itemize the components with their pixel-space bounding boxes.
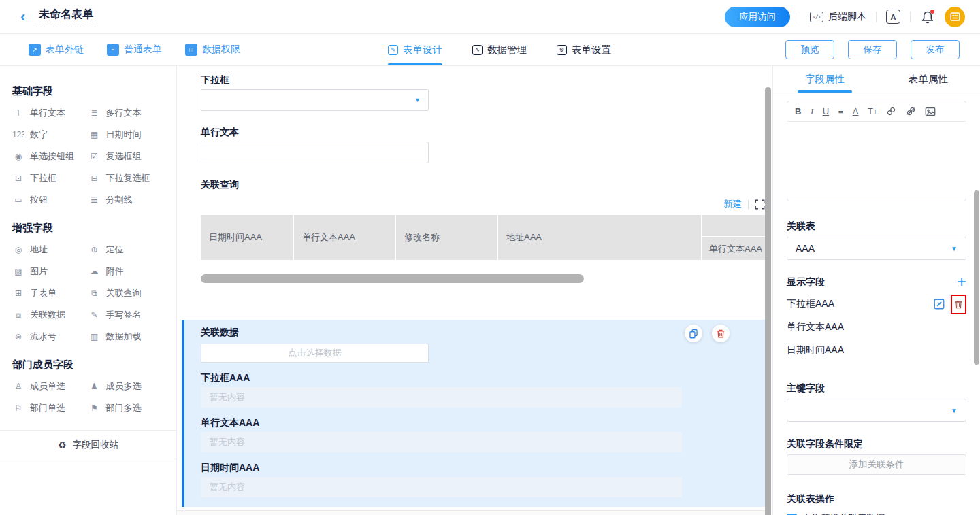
field-type-label: 成员单选 [30,380,65,393]
field-type-item[interactable]: ⚐ 部门单选 [12,397,88,419]
header-divider [800,12,800,22]
field-type-item[interactable]: ⊜ 流水号 [12,326,88,348]
canvas-vertical-scrollbar[interactable] [765,87,771,515]
field-type-label: 多行文本 [106,107,142,119]
notification-bell-icon[interactable] [920,10,935,24]
description-rich-editor[interactable]: B I U ≡ A Tт [787,101,966,201]
add-display-field-icon[interactable]: + [957,275,966,288]
back-icon[interactable]: ‹ [20,10,25,24]
field-type-item[interactable]: ⧉ 关联查询 [88,282,165,304]
field-type-label: 部门多选 [106,402,142,414]
field-type-item[interactable]: ☰ 分割线 [88,189,165,211]
chevron-down-icon: ▼ [951,408,958,414]
field-type-item[interactable]: ▭ 按钮 [12,189,88,211]
field-type-item[interactable]: ☁ 附件 [88,261,165,282]
save-button[interactable]: 保存 [848,40,897,59]
sub-field-label: 下拉框AAA [201,371,765,384]
edit-icon[interactable] [933,298,945,310]
tab-form-settings[interactable]: ⚙ 表单设置 [557,34,611,65]
linked-sub-field: 日期时间AAA 暂无内容 [201,461,765,497]
delete-field-button[interactable] [712,325,730,342]
field-type-item[interactable]: ⊞ 子表单 [12,282,88,304]
field-type-label: 关联数据 [30,309,65,321]
new-record-link[interactable]: 新建 [723,198,742,210]
translate-icon[interactable]: A [886,10,900,24]
preview-button[interactable]: 预览 [785,40,834,59]
header-divider [910,12,911,22]
related-table-select[interactable]: AAA ▼ [787,237,966,260]
image-icon[interactable] [925,107,936,116]
table-ops-label: 关联表操作 [787,492,966,505]
bold-icon[interactable]: B [795,107,801,116]
selected-field-block[interactable]: 关联数据 点击选择数据 下拉框AAA 暂无内容 [182,320,765,507]
tab-form-design[interactable]: ✎ 表单设计 [388,34,442,65]
app-access-button[interactable]: 应用访问 [725,7,790,27]
tab-form-properties[interactable]: 表单属性 [877,66,980,93]
recycle-icon: ♻ [58,440,67,450]
field-type-item[interactable]: 123 数字 [12,124,88,146]
field-type-label: 复选框组 [106,150,142,163]
field-type-item[interactable]: T 单行文本 [12,102,88,124]
field-type-item[interactable]: ⊕ 定位 [88,239,165,261]
field-type-icon: T [12,109,24,117]
publish-button[interactable]: 发布 [911,40,960,59]
avatar[interactable] [945,7,965,27]
tab-field-properties[interactable]: 字段属性 [773,66,877,93]
field-type-item[interactable]: ⚑ 部门多选 [88,397,165,419]
align-icon[interactable]: ≡ [838,107,844,116]
table-column-header: 日期时间AAA [201,215,293,260]
related-table-value: AAA [796,243,815,254]
dept-member-fields-grid: ♙ 成员单选 ♟ 成员多选 ⚐ 部门单选 [12,376,164,419]
field-type-item[interactable]: ▦ 日期时间 [88,124,165,146]
data-picker-input[interactable]: 点击选择数据 [201,344,429,363]
field-type-item[interactable]: ≣ 多行文本 [88,102,165,124]
field-type-item[interactable]: ♟ 成员多选 [88,376,165,397]
field-type-item[interactable]: ⊡ 下拉框 [12,167,88,189]
select-field-label: 下拉框 [201,73,765,86]
allow-add-label: 允许新增关联表数据 [802,512,885,515]
underline-icon[interactable]: U [823,107,829,116]
enhanced-fields-grid: ◎ 地址 ⊕ 定位 ▨ 图片 [12,239,164,348]
field-type-label: 下拉框 [30,172,56,184]
plain-form-button[interactable]: ≡ 普通表单 [107,44,162,56]
tab-data-manage[interactable]: ∿ 数据管理 [472,34,527,65]
tab-data-manage-label: 数据管理 [487,44,527,56]
field-type-item[interactable]: ▨ 图片 [12,261,88,282]
display-field-row: 单行文本AAA [787,317,966,337]
field-type-icon: ◎ [12,246,24,254]
panel-vertical-scrollbar[interactable] [974,190,979,365]
unlink-icon[interactable] [906,106,916,116]
field-type-icon: ⧉ [88,289,101,297]
field-type-item[interactable]: ⧈ 关联数据 [12,304,88,326]
field-type-item[interactable]: ▥ 数据加载 [88,326,165,348]
field-type-icon: ⚑ [88,404,101,412]
font-color-icon[interactable]: A [853,107,859,116]
link-icon[interactable] [886,106,896,116]
field-type-item[interactable]: ◎ 地址 [12,239,88,261]
delete-display-field-icon[interactable] [954,299,963,310]
form-external-link-button[interactable]: ↗ 表单外链 [29,44,84,56]
copy-field-button[interactable] [685,325,702,342]
field-type-item[interactable]: ☑ 复选框组 [88,146,165,167]
field-recycle-bin-button[interactable]: ♻ 字段回收站 [0,431,176,459]
data-permission-button[interactable]: ||| 数据权限 [185,44,240,56]
linked-query-table[interactable]: 日期时间AAA 单行文本AAA 修改名称 地址AAA 单行文本AAA [201,215,765,260]
field-type-item[interactable]: ✎ 手写签名 [88,304,165,326]
field-type-item[interactable]: ⊟ 下拉复选框 [88,167,165,189]
italic-icon[interactable]: I [811,107,813,116]
select-field-input[interactable]: ▼ [201,89,429,111]
table-horizontal-scrollbar[interactable] [201,274,584,283]
form-canvas[interactable]: 下拉框 ▼ 单行文本 关联查询 新建 日期时间AA [177,66,772,515]
backend-script-label: 后端脚本 [828,11,866,23]
primary-field-select[interactable]: ▼ [787,399,966,422]
backend-script-button[interactable]: ‹/› 后端脚本 [810,11,866,23]
field-type-item[interactable]: ♙ 成员单选 [12,376,88,397]
expand-icon[interactable] [755,199,765,210]
field-type-item[interactable]: ◉ 单选按钮组 [12,146,88,167]
font-size-icon[interactable]: Tт [868,107,877,116]
form-title[interactable]: 未命名表单 [36,6,96,27]
add-condition-button[interactable]: 添加关联条件 [787,454,966,475]
top-header: ‹ 未命名表单 应用访问 ‹/› 后端脚本 A [0,0,980,34]
field-type-icon: ⊡ [12,174,24,182]
text-field-input[interactable] [201,142,429,163]
